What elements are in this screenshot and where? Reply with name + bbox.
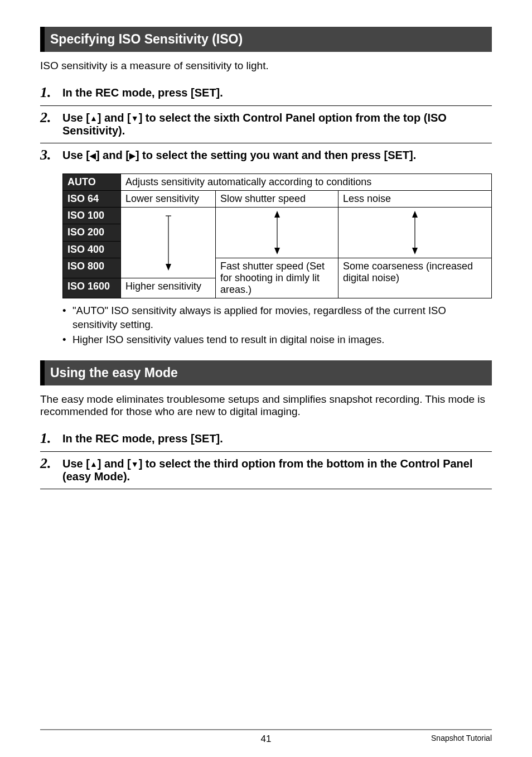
cell: Higher sensitivity	[121, 278, 216, 298]
footer-label: Snapshot Tutorial	[431, 734, 492, 742]
iso-label: ISO 100	[63, 208, 121, 224]
step-number: 2.	[40, 110, 56, 137]
down-arrow-icon: ▼	[131, 114, 139, 123]
cell: Slow shutter speed	[216, 191, 338, 208]
svg-marker-8	[412, 248, 418, 254]
step-text: In the REC mode, press [SET].	[62, 431, 492, 446]
down-arrow-icon	[164, 215, 173, 271]
note-item: Higher ISO sensitivity values tend to re…	[62, 333, 492, 347]
iso-label: ISO 1600	[63, 278, 121, 298]
svg-marker-1	[166, 264, 171, 271]
step-1-easy: 1. In the REC mode, press [SET].	[40, 427, 492, 452]
auto-desc: Adjusts sensitivity automatically accord…	[121, 174, 492, 191]
iso-intro: ISO sensitivity is a measure of sensitiv…	[40, 60, 492, 72]
section-heading-iso: Specifying ISO Sensitivity (ISO)	[40, 27, 492, 52]
step-text: Use [▲] and [▼] to select the third opti…	[62, 456, 492, 483]
easy-intro: The easy mode eliminates troublesome set…	[40, 393, 492, 418]
step-2-iso: 2. Use [▲] and [▼] to select the sixth C…	[40, 106, 492, 143]
svg-marker-5	[274, 248, 280, 254]
iso-table: AUTO Adjusts sensitivity automatically a…	[62, 173, 492, 298]
left-arrow-icon: ◀	[90, 151, 96, 160]
updown-arrow-icon	[410, 211, 419, 254]
text-fragment: Use [	[62, 112, 90, 124]
step-text: Use [▲] and [▼] to select the sixth Cont…	[62, 110, 492, 137]
page-footer: 41 Snapshot Tutorial	[40, 729, 492, 742]
right-arrow-icon: ▶	[129, 151, 136, 160]
updown-arrow-icon	[273, 211, 282, 254]
cell: Some coarseness (increased digital noise…	[338, 258, 492, 298]
text-fragment: ] to select the setting you want and the…	[136, 149, 416, 161]
iso-label: ISO 200	[63, 224, 121, 241]
page-number: 41	[261, 734, 272, 745]
iso-label: ISO 400	[63, 241, 121, 258]
up-arrow-icon: ▲	[90, 114, 98, 123]
section-heading-easy: Using the easy Mode	[40, 360, 492, 385]
iso-label: ISO 800	[63, 258, 121, 278]
step-2-easy: 2. Use [▲] and [▼] to select the third o…	[40, 452, 492, 489]
step-3-iso: 3. Use [◀] and [▶] to select the setting…	[40, 143, 492, 168]
text-fragment: Use [	[62, 149, 90, 161]
sensitivity-arrow-cell	[121, 208, 216, 278]
step-text: Use [◀] and [▶] to select the setting yo…	[62, 148, 492, 162]
step-1-iso: 1. In the REC mode, press [SET].	[40, 81, 492, 106]
step-text: In the REC mode, press [SET].	[62, 85, 492, 100]
step-number: 1.	[40, 431, 56, 446]
iso-notes: "AUTO" ISO sensitivity always is applied…	[62, 304, 492, 347]
iso-label: ISO 64	[63, 191, 121, 208]
cell: Fast shutter speed (Set for shooting in …	[216, 258, 338, 298]
step-number: 1.	[40, 85, 56, 100]
down-arrow-icon: ▼	[131, 460, 139, 469]
svg-marker-7	[412, 211, 418, 218]
cell: Less noise	[338, 191, 492, 208]
iso-label: AUTO	[63, 174, 121, 191]
step-number: 2.	[40, 456, 56, 483]
text-fragment: Use [	[62, 457, 90, 470]
table-row: ISO 64 Lower sensitivity Slow shutter sp…	[63, 191, 492, 208]
note-item: "AUTO" ISO sensitivity always is applied…	[62, 304, 492, 332]
text-fragment: ] and [	[98, 112, 131, 124]
text-fragment: ] and [	[98, 457, 131, 470]
shutter-arrow-cell	[216, 208, 338, 258]
up-arrow-icon: ▲	[90, 460, 98, 469]
noise-arrow-cell	[338, 208, 492, 258]
step-number: 3.	[40, 148, 56, 162]
table-row: AUTO Adjusts sensitivity automatically a…	[63, 174, 492, 191]
text-fragment: ] and [	[96, 149, 129, 161]
svg-marker-4	[274, 211, 280, 218]
table-row: ISO 100	[63, 208, 492, 224]
cell: Lower sensitivity	[121, 191, 216, 208]
